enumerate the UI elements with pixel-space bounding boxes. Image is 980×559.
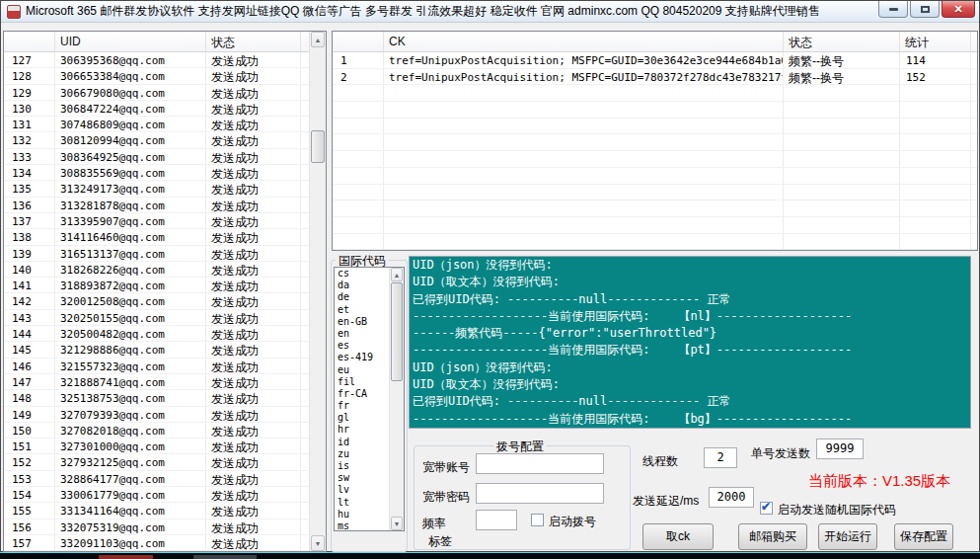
broadband-password-input[interactable] xyxy=(476,483,604,504)
table-row[interactable]: 132308120994@qq.com发送成功 xyxy=(4,132,309,148)
status-cell: 发送成功 xyxy=(206,407,301,423)
header-uid[interactable]: UID xyxy=(55,32,206,51)
table-row[interactable]: 154330061779@qq.com发送成功 xyxy=(4,487,309,503)
table-row[interactable] xyxy=(333,134,977,151)
version-text: 当前版本：V1.35版本 xyxy=(808,472,950,491)
status-cell: 发送成功 xyxy=(206,310,301,326)
table-row[interactable] xyxy=(333,234,977,250)
table-row[interactable]: 134308835569@qq.com发送成功 xyxy=(4,165,309,181)
table-row[interactable]: 157332091103@qq.com发送成功 xyxy=(4,535,309,551)
minimize-button[interactable] xyxy=(878,1,908,18)
table-row[interactable]: 144320500482@qq.com发送成功 xyxy=(4,326,309,342)
scroll-down-icon[interactable]: ▼ xyxy=(311,535,325,551)
table-row[interactable]: 152327932125@qq.com发送成功 xyxy=(4,454,309,470)
table-row[interactable]: 133308364925@qq.com发送成功 xyxy=(4,149,309,165)
buy-mailbox-button[interactable]: 邮箱购买 xyxy=(738,523,807,550)
scroll-thumb[interactable] xyxy=(391,282,403,381)
count-cell xyxy=(900,85,971,102)
table-row[interactable]: 141318893872@qq.com发送成功 xyxy=(4,278,309,293)
save-config-button[interactable]: 保存配置 xyxy=(894,523,953,550)
table-row[interactable]: 137313395907@qq.com发送成功 xyxy=(4,213,309,229)
table-row[interactable]: 147321888741@qq.com发送成功 xyxy=(4,374,309,390)
table-row[interactable] xyxy=(333,217,977,234)
table-row[interactable]: 1tref=UnipuxPostAcquisition; MSFPC=GUID=… xyxy=(333,52,977,69)
row-index xyxy=(333,185,384,201)
start-run-button[interactable]: 开始运行 xyxy=(818,523,877,550)
status-cell xyxy=(784,102,900,119)
table-row[interactable]: 2tref=UnipuxPostAcquisition; MSFPC=GUID=… xyxy=(333,69,977,86)
filler-cell xyxy=(301,471,309,487)
table-row[interactable]: 140318268226@qq.com发送成功 xyxy=(4,262,309,278)
table-row[interactable]: 127306395368@qq.com发送成功 xyxy=(4,52,309,68)
table-row[interactable]: 142320012508@qq.com发送成功 xyxy=(4,293,309,309)
header-status[interactable]: 状态 xyxy=(784,32,900,51)
table-row[interactable]: 138314116460@qq.com发送成功 xyxy=(4,229,309,245)
header-status[interactable]: 状态 xyxy=(206,32,301,51)
start-dial-checkbox[interactable] xyxy=(531,514,544,526)
table-row[interactable] xyxy=(333,85,977,102)
table-row[interactable]: 136313281878@qq.com发送成功 xyxy=(4,198,309,213)
table-row[interactable] xyxy=(333,200,977,217)
close-button[interactable]: ✕ xyxy=(942,1,975,18)
table-row[interactable]: 135313249173@qq.com发送成功 xyxy=(4,181,309,197)
status-cell: 发送成功 xyxy=(206,326,301,342)
row-index xyxy=(333,217,384,234)
table-row[interactable]: 139316513137@qq.com发送成功 xyxy=(4,246,309,262)
uid-cell: 318893872@qq.com xyxy=(55,278,206,293)
table-row[interactable]: 149327079393@qq.com发送成功 xyxy=(4,407,309,423)
table-row[interactable] xyxy=(333,119,977,135)
header-index[interactable] xyxy=(4,32,55,51)
random-code-checkbox[interactable]: ✔ xyxy=(760,502,773,515)
table-row[interactable]: 150327082018@qq.com发送成功 xyxy=(4,423,309,439)
frequency-input[interactable] xyxy=(476,510,517,530)
get-ck-button[interactable]: 取ck xyxy=(642,523,714,550)
status-cell xyxy=(784,119,900,135)
status-cell: 发送成功 xyxy=(206,229,301,245)
table-row[interactable] xyxy=(333,151,977,168)
count-cell xyxy=(900,151,971,168)
per-account-label: 单号发送数 xyxy=(751,445,810,462)
table-row[interactable]: 148325138753@qq.com发送成功 xyxy=(4,390,309,406)
broadband-account-input[interactable] xyxy=(476,453,604,474)
header-count[interactable]: 统计 xyxy=(900,32,971,51)
header-index[interactable] xyxy=(333,32,384,51)
intl-list-scrollbar[interactable]: ▲ ▼ xyxy=(389,268,404,530)
log-line: -------------------当前使用国际代码: 【pt】-------… xyxy=(410,342,970,359)
status-cell xyxy=(784,200,900,217)
intl-codes-list: csdadeeten-GBeneses-419eufilfr-CAfrglhri… xyxy=(334,267,405,531)
delay-input[interactable]: 2000 xyxy=(709,487,754,508)
scroll-up-icon[interactable]: ▲ xyxy=(391,268,403,281)
scroll-thumb[interactable] xyxy=(311,130,325,163)
maximize-button[interactable] xyxy=(910,1,940,18)
status-cell: 发送成功 xyxy=(206,519,301,535)
threads-input[interactable]: 2 xyxy=(704,447,737,468)
row-index xyxy=(333,102,384,119)
header-ck[interactable]: CK xyxy=(384,32,784,51)
table-row[interactable] xyxy=(333,185,977,201)
per-account-input[interactable]: 9999 xyxy=(816,439,864,459)
table-row[interactable]: 146321557323@qq.com发送成功 xyxy=(4,359,309,374)
scroll-up-icon[interactable]: ▲ xyxy=(311,32,325,47)
status-cell xyxy=(784,234,900,250)
log-output: UID（json）没得到代码:UID（取文本）没得到代码:已得到UID代码: -… xyxy=(409,256,971,429)
row-index: 129 xyxy=(4,85,55,101)
table-row[interactable]: 129306679080@qq.com发送成功 xyxy=(4,85,309,101)
table-row[interactable]: 131307486809@qq.com发送成功 xyxy=(4,117,309,132)
table-row[interactable]: 151327301000@qq.com发送成功 xyxy=(4,439,309,454)
table-row[interactable] xyxy=(333,168,977,185)
status-cell: 发送成功 xyxy=(206,181,301,197)
uid-table-scrollbar[interactable]: ▲ ▼ xyxy=(309,32,326,551)
table-row[interactable]: 145321298886@qq.com发送成功 xyxy=(4,342,309,358)
table-row[interactable]: 156332075319@qq.com发送成功 xyxy=(4,519,309,535)
table-row[interactable]: 155331341164@qq.com发送成功 xyxy=(4,503,309,519)
table-row[interactable]: 128306653384@qq.com发送成功 xyxy=(4,68,309,84)
table-row[interactable]: 130306847224@qq.com发送成功 xyxy=(4,101,309,117)
table-row[interactable]: 153328864177@qq.com发送成功 xyxy=(4,471,309,487)
table-row[interactable]: 143320250155@qq.com发送成功 xyxy=(4,310,309,326)
row-index: 147 xyxy=(4,374,55,390)
status-cell: 发送成功 xyxy=(206,132,301,148)
status-cell: 发送成功 xyxy=(206,278,301,293)
table-row[interactable] xyxy=(333,102,977,119)
filler-cell xyxy=(301,535,309,551)
scroll-down-icon[interactable]: ▼ xyxy=(391,517,403,530)
